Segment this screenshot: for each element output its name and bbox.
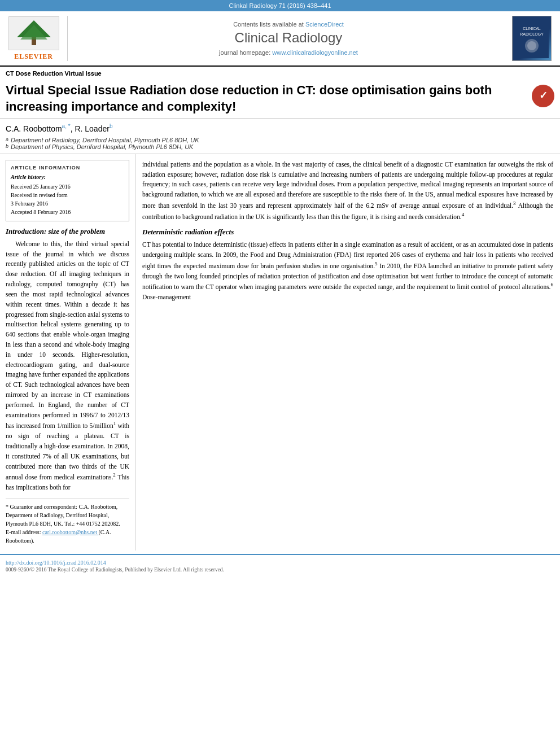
aff-a-sup: a xyxy=(6,137,8,143)
affiliations-section: a Department of Radiology, Derriford Hos… xyxy=(0,136,560,154)
crossmark-icon: ✓ xyxy=(532,85,554,107)
right-column: individual patients and the population a… xyxy=(135,154,560,551)
ref-6: 6 xyxy=(551,282,554,287)
aff-b-sup: b xyxy=(6,143,8,150)
journal-name: Clinical Radiology xyxy=(235,30,343,46)
revised-date: 3 February 2016 xyxy=(11,199,124,208)
footnote-email-line: E-mail address: carl.roobottom@nhs.net (… xyxy=(6,528,129,545)
author-b-name: , R. Loader xyxy=(71,124,110,133)
left-column: ARTICLE INFORMATION Article history: Rec… xyxy=(0,154,135,551)
footnote-guarantor: * Guarantor and correspondent: C.A. Roob… xyxy=(6,503,129,528)
article-info-box: ARTICLE INFORMATION Article history: Rec… xyxy=(6,160,129,221)
svg-text:CLINICAL: CLINICAL xyxy=(523,27,541,30)
journal-homepage-link[interactable]: www.clinicalradiologyonline.net xyxy=(272,49,358,56)
doi-link[interactable]: http://dx.doi.org/10.1016/j.crad.2016.02… xyxy=(6,560,554,566)
received-date: Received 25 January 2016 xyxy=(11,182,124,191)
introduction-heading: Introduction: size of the problem xyxy=(6,227,129,236)
author-a-name: C.A. Roobottom xyxy=(6,124,62,133)
affiliation-b: b Department of Physics, Derriford Hospi… xyxy=(6,143,554,150)
main-content: ARTICLE INFORMATION Article history: Rec… xyxy=(0,154,560,551)
affiliation-a-text: Department of Radiology, Derriford Hospi… xyxy=(11,137,199,143)
science-direct-link[interactable]: ScienceDirect xyxy=(305,21,344,28)
journal-logo-box: CLINICAL RADIOLOGY xyxy=(509,16,554,61)
journal-citation-bar: Clinkal Radiology 71 (2016) 438–441 xyxy=(0,0,560,11)
deterministic-heading: Deterministic radiation effects xyxy=(142,228,553,237)
article-title-section: Virtual Special Issue Radiation dose red… xyxy=(0,78,560,119)
article-info-title: ARTICLE INFORMATION xyxy=(11,165,124,171)
svg-point-7 xyxy=(527,41,536,50)
elsevier-logo: ELSEVIER xyxy=(6,16,68,61)
copyright-text: 0009-9260/© 2016 The Royal College of Ra… xyxy=(6,567,554,573)
authors-line: C.A. Roobottoma, *, R. Loaderb xyxy=(6,123,554,133)
journal-homepage: journal homepage: www.clinicalradiologyo… xyxy=(219,49,358,56)
article-history-title: Article history: xyxy=(11,174,124,180)
footnote-email-link[interactable]: carl.roobottom@nhs.net xyxy=(42,529,98,535)
elsevier-tree-image xyxy=(8,16,59,50)
science-direct-line: Contents lists available at ScienceDirec… xyxy=(233,21,344,28)
received-revised-label: Received in revised form xyxy=(11,191,124,199)
svg-text:RADIOLOGY: RADIOLOGY xyxy=(520,32,544,36)
elsevier-brand: ELSEVIER xyxy=(14,53,53,61)
journal-citation-text: Clinkal Radiology 71 (2016) 438–441 xyxy=(229,2,331,9)
footnote-section: * Guarantor and correspondent: C.A. Roob… xyxy=(6,499,129,545)
footer-section: http://dx.doi.org/10.1016/j.crad.2016.02… xyxy=(0,554,560,575)
journal-header: ELSEVIER Contents lists available at Sci… xyxy=(0,11,560,67)
crossmark-badge: ✓ xyxy=(532,85,554,107)
author-a-sup: a, * xyxy=(62,123,71,129)
authors-section: C.A. Roobottoma, *, R. Loaderb xyxy=(0,119,560,136)
journal-center-info: Contents lists available at ScienceDirec… xyxy=(73,16,504,61)
journal-logo-image: CLINICAL RADIOLOGY xyxy=(512,16,552,61)
affiliation-b-text: Department of Physics, Derriford Hospita… xyxy=(11,143,193,150)
affiliation-a: a Department of Radiology, Derriford Hos… xyxy=(6,137,554,143)
right-col-para1: individual patients and the population a… xyxy=(142,160,553,222)
virtual-issue-label: CT Dose Reduction Virtual Issue xyxy=(0,67,560,78)
article-title: Virtual Special Issue Radiation dose red… xyxy=(6,82,554,115)
deterministic-para: CT has potential to induce deterministic… xyxy=(142,240,553,303)
ref-4: 4 xyxy=(462,212,465,217)
introduction-body: Welcome to this, the third virtual speci… xyxy=(6,239,129,493)
accepted-date: Accepted 8 February 2016 xyxy=(11,208,124,216)
author-b-sup: b xyxy=(110,123,113,129)
